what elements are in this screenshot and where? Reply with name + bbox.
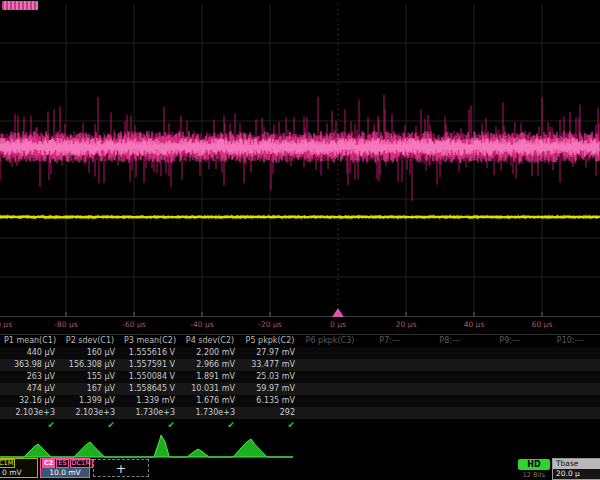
x-axis-label: 0 µs: [330, 320, 346, 329]
measure-value-cell: 59.97 mV: [240, 383, 300, 395]
add-trace-button[interactable]: +: [93, 459, 149, 477]
measure-value-cell: [300, 347, 360, 359]
timebase-title: Tbase: [553, 459, 600, 469]
channel-c1-descriptor[interactable]: DC1M 0 mV: [0, 458, 38, 478]
measure-value-cell: 167 µV: [60, 383, 120, 395]
measure-value-cell: [360, 395, 420, 407]
measure-value-cell: 1.339 mV: [120, 395, 180, 407]
measure-status-cell: ✔: [0, 419, 60, 432]
timebase-descriptor[interactable]: Tbase 20.0 µ: [552, 458, 600, 480]
measurement-table: P1 mean(C1)P2 sdev(C1)P3 mean(C2)P4 sdev…: [0, 335, 600, 432]
measure-value-cell: [300, 395, 360, 407]
measure-status-cell: [480, 419, 540, 432]
measure-value-cell: [420, 347, 480, 359]
measure-value-cell: 1.558645 V: [120, 383, 180, 395]
measure-status-cell: ✔: [120, 419, 180, 432]
measure-header-cell[interactable]: P9:---: [480, 335, 540, 347]
measure-value-cell: 155 µV: [60, 371, 120, 383]
measure-value-cell: 10.031 mV: [180, 383, 240, 395]
x-axis-label: 60 µs: [532, 320, 553, 329]
measure-value-cell: [540, 395, 600, 407]
measure-value-cell: [300, 359, 360, 371]
measure-header-cell[interactable]: P7:---: [360, 335, 420, 347]
measure-value-cell: [420, 395, 480, 407]
measure-value-row: 32.16 µV1.399 µV1.339 mV1.676 mV6.135 mV: [0, 395, 600, 407]
measure-value-cell: [300, 371, 360, 383]
measure-value-cell: 292: [240, 407, 300, 419]
trigger-position-marker[interactable]: [332, 308, 344, 317]
measure-header-cell[interactable]: P6 pkpk(C3): [300, 335, 360, 347]
c2-label-badge: C2: [42, 459, 55, 468]
c2-eres-badge: ES: [56, 459, 68, 468]
measure-value-cell: [480, 407, 540, 419]
measure-value-cell: [480, 395, 540, 407]
measure-value-cell: [540, 371, 600, 383]
measure-value-cell: 1.730e+3: [120, 407, 180, 419]
x-axis-label: -40 µs: [190, 320, 213, 329]
measure-status-row: ✔✔✔✔✔: [0, 419, 600, 432]
measure-header-row: P1 mean(C1)P2 sdev(C1)P3 mean(C2)P4 sdev…: [0, 335, 600, 347]
measure-status-cell: ✔: [240, 419, 300, 432]
measure-status-cell: [360, 419, 420, 432]
measure-value-cell: [300, 407, 360, 419]
measure-value-cell: [540, 347, 600, 359]
measure-value-cell: 27.97 mV: [240, 347, 300, 359]
waveform-grid: [0, 0, 600, 318]
measure-header-cell[interactable]: P8:---: [420, 335, 480, 347]
measure-status-cell: ✔: [60, 419, 120, 432]
x-axis-label: -80 µs: [54, 320, 77, 329]
hd-mode-badge[interactable]: HD: [518, 459, 550, 470]
measure-value-row: 363.98 µV156.308 µV1.557591 V2.966 mV33.…: [0, 359, 600, 371]
measure-value-cell: 2.103e+3: [60, 407, 120, 419]
measure-value-cell: [360, 347, 420, 359]
measure-header-cell[interactable]: P10:---: [540, 335, 600, 347]
acquisition-mode: HD 12 Bits: [518, 459, 550, 479]
histogram-path: [0, 435, 293, 457]
measure-status-cell: [420, 419, 480, 432]
measure-value-cell: 2.966 mV: [180, 359, 240, 371]
measure-header-cell[interactable]: P1 mean(C1): [0, 335, 60, 347]
x-axis-label: -100 µs: [0, 320, 12, 329]
measure-value-cell: 474 µV: [0, 383, 60, 395]
measure-value-cell: [480, 347, 540, 359]
bottom-bar: DC1M 0 mV C2 ES DC1M 10.0 mV + HD 12 Bit…: [0, 458, 600, 480]
x-axis-label: -60 µs: [122, 320, 145, 329]
channel-c2-descriptor[interactable]: C2 ES DC1M 10.0 mV: [40, 458, 90, 478]
measure-value-cell: 156.308 µV: [60, 359, 120, 371]
measure-value-cell: [360, 359, 420, 371]
measure-value-cell: [360, 383, 420, 395]
measure-value-cell: [300, 383, 360, 395]
c1-coupling-badge: DC1M: [0, 459, 15, 468]
measure-value-cell: 1.555616 V: [120, 347, 180, 359]
measure-value-cell: [420, 383, 480, 395]
measure-value-cell: 363.98 µV: [0, 359, 60, 371]
measure-header-cell[interactable]: P2 sdev(C1): [60, 335, 120, 347]
measure-value-row: 263 µV155 µV1.550084 V1.891 mV25.03 mV: [0, 371, 600, 383]
measure-value-cell: [540, 407, 600, 419]
measure-status-cell: ✔: [180, 419, 240, 432]
measure-value-cell: 25.03 mV: [240, 371, 300, 383]
measure-header-cell[interactable]: P4 sdev(C2): [180, 335, 240, 347]
measure-value-row: 2.103e+32.103e+31.730e+31.730e+3292: [0, 407, 600, 419]
measure-value-cell: [420, 371, 480, 383]
measure-status-cell: [540, 419, 600, 432]
x-axis: -100 µs-80 µs-60 µs-40 µs-20 µs0 µs20 µs…: [0, 318, 600, 335]
plot-path: [66, 312, 542, 316]
measure-value-cell: 160 µV: [60, 347, 120, 359]
measure-value-cell: [480, 371, 540, 383]
timebase-value: 20.0 µ: [553, 469, 600, 479]
measure-header-cell[interactable]: P3 mean(C2): [120, 335, 180, 347]
measure-status-cell: [300, 419, 360, 432]
measure-value-cell: 1.557591 V: [120, 359, 180, 371]
measure-value-cell: [480, 383, 540, 395]
measure-value-cell: 32.16 µV: [0, 395, 60, 407]
x-axis-label: -20 µs: [258, 320, 281, 329]
measure-value-cell: 440 µV: [0, 347, 60, 359]
c2-coupling-badge: DC1M: [70, 459, 93, 468]
measure-header-cell[interactable]: P5 pkpk(C2): [240, 335, 300, 347]
c1-scale-value: 0 mV: [0, 468, 37, 478]
c1-coupling-row: DC1M: [0, 459, 37, 468]
c2-scale-value: 10.0 mV: [41, 468, 89, 477]
x-axis-label: 40 µs: [464, 320, 485, 329]
measure-value-cell: [480, 359, 540, 371]
